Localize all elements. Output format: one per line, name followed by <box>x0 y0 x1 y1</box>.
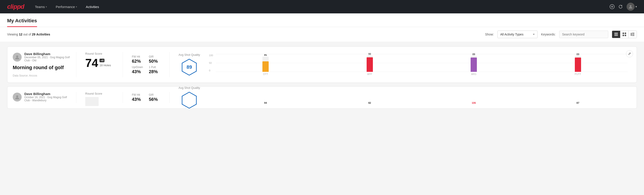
user-dropdown-arrow: ▾ <box>636 5 637 8</box>
view-toggle-list-compact[interactable] <box>612 31 620 38</box>
user-date-2: October 16, 2021 · Gog Magog Golf Club -… <box>24 96 71 102</box>
round-score-label: Round Score <box>85 52 114 55</box>
user-avatar <box>13 53 22 62</box>
avg-shot-quality-section-2: Avg Shot Quality 94 82 106 <box>175 92 631 103</box>
round-score-section-2: Round Score <box>82 92 117 103</box>
activity-title: Morning round of golf <box>13 65 71 70</box>
view-toggle-list-detail[interactable] <box>628 31 637 38</box>
user-avatar-2 <box>13 92 22 102</box>
stats-section-2: FW Hit 43% GIR 56% <box>128 92 164 103</box>
keywords-label: Keywords: <box>541 32 556 36</box>
user-date: December 05, 2021 · Gog Magog Golf Club … <box>24 56 71 62</box>
svg-rect-12 <box>632 33 634 34</box>
x-label-app: APP <box>320 73 420 76</box>
svg-rect-9 <box>622 35 624 36</box>
nav-performance[interactable]: Performance ▾ <box>52 0 80 14</box>
bar-ott: 85 <box>216 54 316 72</box>
show-label: Show: <box>485 32 494 36</box>
filters-bar: Viewing 12 out of 29 Activities Show: Al… <box>0 27 644 42</box>
card-divider <box>76 52 76 77</box>
svg-line-15 <box>630 53 630 54</box>
bar-putt: 89 <box>528 53 628 72</box>
main-content: Dave Billingham December 05, 2021 · Gog … <box>0 42 644 117</box>
bar-chart: 100 50 0 85 <box>206 54 628 76</box>
svg-point-18 <box>16 95 18 97</box>
svg-rect-11 <box>631 33 632 36</box>
page-title: My Activities <box>7 14 37 27</box>
user-avatar-wrapper[interactable]: ▾ <box>626 3 637 11</box>
activity-card: Dave Billingham December 05, 2021 · Gog … <box>7 46 637 83</box>
svg-rect-13 <box>632 34 634 35</box>
x-label-ott: OTT <box>216 73 316 76</box>
data-source: Data Source: Arccos <box>13 74 71 77</box>
bar-app: 90 <box>320 53 420 72</box>
x-label-putt: PUTT <box>528 73 628 76</box>
stat-fw-hit: FW Hit 62% <box>132 55 144 64</box>
refresh-button[interactable] <box>618 4 623 9</box>
activity-card-2: Dave Billingham October 16, 2021 · Gog M… <box>7 86 637 109</box>
avg-shot-quality-section: Avg Shot Quality 89 100 50 0 <box>175 52 631 77</box>
view-toggle-grid[interactable] <box>620 31 628 38</box>
stats-section: FW Hit 62% GIR 50% Up/Down 43% 1 Putt 28… <box>128 52 164 77</box>
svg-rect-14 <box>632 35 634 36</box>
navbar: clippd Teams ▾ Performance ▾ Activities <box>0 0 644 14</box>
nav-activities[interactable]: Activities <box>82 0 103 14</box>
activity-type-select[interactable]: All Activity Types Rounds Practice Lesso… <box>498 30 538 38</box>
svg-rect-5 <box>614 34 618 35</box>
score-number: 74 <box>85 57 98 69</box>
card-divider-3 <box>169 52 170 77</box>
performance-chevron-icon: ▾ <box>76 6 77 8</box>
score-badge: +4 <box>100 59 105 62</box>
view-toggles <box>612 30 637 38</box>
user-avatar <box>626 3 635 11</box>
round-score-section: Round Score 74 +4 18 Holes <box>82 52 117 77</box>
stat-1putt: 1 Putt 28% <box>149 66 160 74</box>
hex-score-value: 89 <box>186 64 192 70</box>
page-header: My Activities <box>0 14 644 27</box>
svg-marker-19 <box>182 92 196 108</box>
svg-rect-6 <box>614 35 618 36</box>
score-holes: 18 Holes <box>100 64 111 67</box>
add-button[interactable] <box>610 4 614 9</box>
card-user-info-2: Dave Billingham October 16, 2021 · Gog M… <box>13 92 71 103</box>
stat-gir: GIR 50% <box>149 55 160 64</box>
hexagon-score: 89 <box>180 58 198 76</box>
svg-point-16 <box>16 55 18 57</box>
brand-logo[interactable]: clippd <box>7 3 24 10</box>
user-name: Dave Billingham <box>24 52 71 56</box>
user-name-2: Dave Billingham <box>24 92 71 96</box>
card-divider-2 <box>123 52 123 77</box>
card-user-info: Dave Billingham December 05, 2021 · Gog … <box>13 52 71 77</box>
viewing-count-text: Viewing 12 out of 29 Activities <box>7 32 50 36</box>
keywords-input[interactable] <box>559 30 608 38</box>
svg-rect-10 <box>625 35 626 36</box>
svg-rect-4 <box>614 33 618 34</box>
x-label-arg: ARG <box>424 73 524 76</box>
stat-updown: Up/Down 43% <box>132 66 144 74</box>
svg-rect-8 <box>625 32 626 34</box>
svg-point-3 <box>630 5 632 7</box>
nav-teams[interactable]: Teams ▾ <box>31 0 50 14</box>
svg-rect-7 <box>622 32 624 34</box>
bar-arg: 89 <box>424 53 524 72</box>
teams-chevron-icon: ▾ <box>46 6 47 8</box>
avg-shot-quality-label: Avg Shot Quality <box>178 53 200 56</box>
